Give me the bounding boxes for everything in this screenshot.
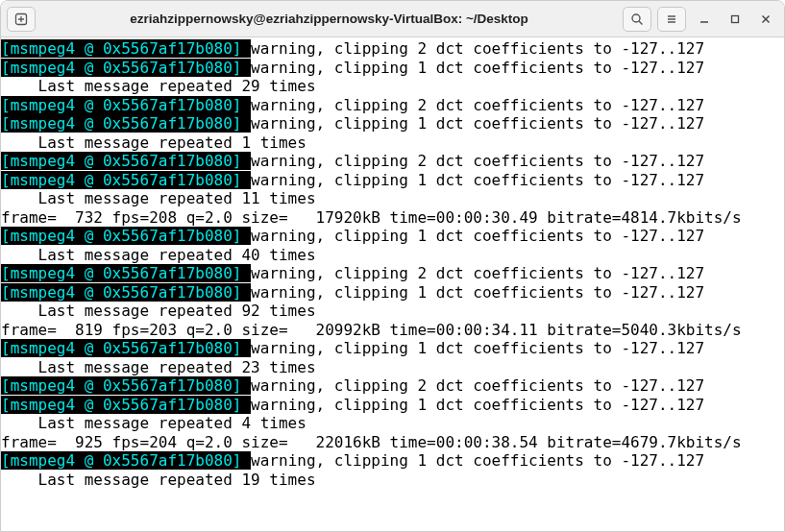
log-line: [msmpeg4 @ 0x5567af17b080] warning, clip…: [1, 171, 784, 190]
minimize-button[interactable]: [692, 7, 717, 32]
titlebar: ezriahzippernowsky@ezriahzippernowsky-Vi…: [1, 1, 784, 37]
log-line: Last message repeated 1 times: [1, 133, 784, 153]
log-line: [msmpeg4 @ 0x5567af17b080] warning, clip…: [1, 39, 784, 59]
new-tab-button[interactable]: [7, 7, 36, 32]
search-button[interactable]: [623, 7, 651, 32]
log-line: [msmpeg4 @ 0x5567af17b080] warning, clip…: [1, 96, 784, 115]
log-line: Last message repeated 19 times: [1, 471, 784, 490]
log-line: frame= 732 fps=208 q=2.0 size= 17920kB t…: [1, 208, 784, 228]
log-line: [msmpeg4 @ 0x5567af17b080] warning, clip…: [1, 114, 784, 133]
log-line: [msmpeg4 @ 0x5567af17b080] warning, clip…: [1, 451, 784, 471]
window-title: ezriahzippernowsky@ezriahzippernowsky-Vi…: [41, 12, 617, 26]
log-line: [msmpeg4 @ 0x5567af17b080] warning, clip…: [1, 264, 784, 283]
terminal-output[interactable]: [msmpeg4 @ 0x5567af17b080] warning, clip…: [1, 37, 784, 531]
log-line: [msmpeg4 @ 0x5567af17b080] warning, clip…: [1, 396, 784, 415]
svg-point-3: [632, 14, 640, 22]
log-line: frame= 819 fps=203 q=2.0 size= 20992kB t…: [1, 321, 784, 340]
log-line: [msmpeg4 @ 0x5567af17b080] warning, clip…: [1, 283, 784, 302]
log-line: [msmpeg4 @ 0x5567af17b080] warning, clip…: [1, 339, 784, 358]
log-line: frame= 925 fps=204 q=2.0 size= 22016kB t…: [1, 433, 784, 452]
maximize-button[interactable]: [723, 7, 748, 32]
log-line: Last message repeated 29 times: [1, 77, 784, 96]
log-line: Last message repeated 23 times: [1, 358, 784, 377]
log-line: Last message repeated 92 times: [1, 302, 784, 321]
log-line: [msmpeg4 @ 0x5567af17b080] warning, clip…: [1, 376, 784, 396]
log-line: [msmpeg4 @ 0x5567af17b080] warning, clip…: [1, 227, 784, 246]
log-line: Last message repeated 4 times: [1, 414, 784, 433]
close-button[interactable]: [753, 7, 778, 32]
svg-line-4: [639, 21, 643, 25]
svg-rect-9: [732, 15, 739, 22]
log-line: Last message repeated 40 times: [1, 246, 784, 265]
log-line: [msmpeg4 @ 0x5567af17b080] warning, clip…: [1, 59, 784, 78]
menu-button[interactable]: [657, 7, 686, 32]
log-line: [msmpeg4 @ 0x5567af17b080] warning, clip…: [1, 152, 784, 171]
log-line: Last message repeated 11 times: [1, 189, 784, 208]
